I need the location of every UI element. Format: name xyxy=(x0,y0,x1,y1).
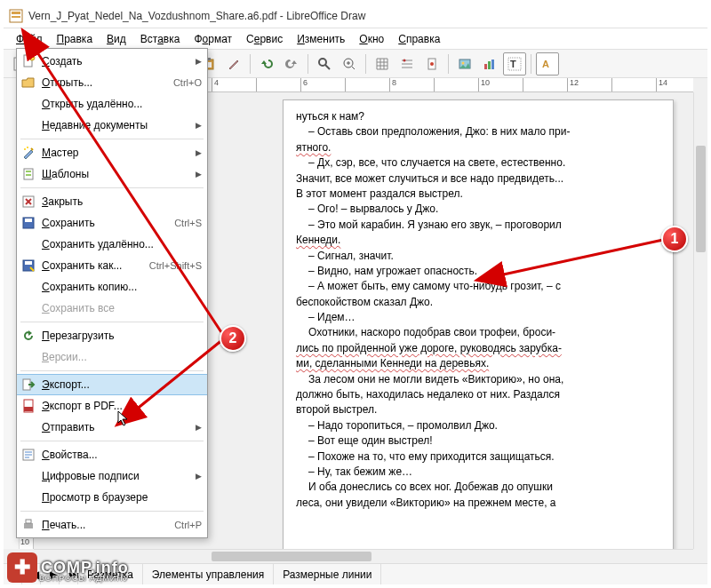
svg-point-35 xyxy=(27,147,28,148)
scrollbar-vertical[interactable] xyxy=(693,92,707,549)
menu-item-label: Недавние документы xyxy=(42,119,190,131)
file-menu-сохранить-как-[interactable]: Сохранить как...Ctrl+Shift+S xyxy=(17,255,207,276)
scrollbar-horizontal[interactable] xyxy=(34,549,693,563)
document-line[interactable]: – Ого! – вырвалось у Джо. xyxy=(296,202,660,217)
menu-item-label: Открыть... xyxy=(42,76,168,89)
tool-textbox[interactable]: T xyxy=(503,52,526,75)
saveas-icon xyxy=(20,258,36,274)
tool-snap[interactable] xyxy=(395,52,419,75)
blank-icon xyxy=(20,236,36,252)
menu-help[interactable]: Справка xyxy=(391,30,447,48)
document-line[interactable]: В этот момент раздался выстрел. xyxy=(296,187,660,202)
menu-item-label: Сохранить удалённо... xyxy=(42,238,202,250)
blank-icon xyxy=(20,117,36,133)
document-line[interactable]: Охотники, наскоро подобрав свои трофеи, … xyxy=(296,325,660,340)
mouse-cursor-icon xyxy=(117,410,130,426)
document-line[interactable]: – Оставь свои предположения, Джо: в них … xyxy=(296,124,660,139)
blank-icon xyxy=(20,468,36,484)
menu-window[interactable]: Окно xyxy=(352,30,391,48)
file-menu-мастер[interactable]: Мастер▶ xyxy=(17,142,207,163)
document-line[interactable]: лись по пройденной уже дороге, руководяс… xyxy=(296,341,660,356)
document-line[interactable]: – Надо торопиться, – промолвил Джо. xyxy=(296,418,660,433)
menu-accel: Ctrl+P xyxy=(174,520,202,530)
file-menu-перезагрузить[interactable]: Перезагрузить xyxy=(17,325,207,346)
scrollbar-h-thumb[interactable] xyxy=(212,552,371,561)
tool-redo[interactable] xyxy=(280,52,303,75)
file-menu-цифровые-подписи[interactable]: Цифровые подписи▶ xyxy=(17,465,207,487)
document-line[interactable]: – Дх, сэр, все, что случается на свете, … xyxy=(296,155,660,171)
file-menu-экспорт-в-pdf-[interactable]: Экспорт в PDF... xyxy=(17,395,207,417)
document-page[interactable]: нуться к нам?– Оставь свои предположения… xyxy=(283,99,674,549)
file-menu-сохранить-копию-[interactable]: Сохранить копию... xyxy=(17,276,207,298)
document-line[interactable]: беспокойством сказал Джо. xyxy=(296,295,660,310)
print-icon xyxy=(20,517,36,533)
file-menu-экспорт-[interactable]: Экспорт... xyxy=(17,374,207,395)
menu-view[interactable]: Вид xyxy=(100,30,133,48)
tool-glue[interactable] xyxy=(420,52,443,75)
menu-item-label: Просмотр в браузере xyxy=(42,491,202,504)
tool-zoom[interactable] xyxy=(338,52,361,75)
file-menu-открыть-удал-нно-[interactable]: Открыть удалённо... xyxy=(17,93,207,115)
document-line[interactable]: – А может быть, ему самому что-нибудь гр… xyxy=(296,279,660,294)
file-menu-просмотр-в-браузере[interactable]: Просмотр в браузере xyxy=(17,487,207,508)
menu-format[interactable]: Формат xyxy=(187,30,239,48)
close-icon xyxy=(20,194,36,210)
document-line[interactable]: – Похоже на то, что ему приходится защищ… xyxy=(296,449,660,465)
file-menu-шаблоны[interactable]: Шаблоны▶ xyxy=(17,163,207,185)
document-line[interactable]: За лесом они не могли видеть «Викторию»,… xyxy=(296,372,660,387)
file-menu-закрыть[interactable]: Закрыть xyxy=(17,191,207,212)
menu-item-label: Экспорт... xyxy=(42,378,202,391)
document-line[interactable]: нуться к нам? xyxy=(296,109,660,124)
document-line[interactable]: Значит, все может случиться и все надо п… xyxy=(296,171,660,187)
blank-icon xyxy=(20,419,36,435)
tool-image[interactable] xyxy=(453,52,476,75)
svg-text:T: T xyxy=(510,59,516,69)
svg-text:A: A xyxy=(542,59,549,69)
document-line[interactable]: – Идем… xyxy=(296,310,660,325)
document-line[interactable]: второй выстрел. xyxy=(296,402,660,417)
document-line[interactable]: леса, они увидели «Викторию» на прежнем … xyxy=(296,496,660,511)
file-menu-сохранить-удал-нно-[interactable]: Сохранить удалённо... xyxy=(17,234,207,255)
file-menu-отправить[interactable]: Отправить▶ xyxy=(17,417,207,438)
document-line[interactable]: – Это мой карабин. Я узнаю его звук, – п… xyxy=(296,218,660,233)
watermark-text: COMP.info xyxy=(41,559,129,577)
blank-icon xyxy=(20,489,36,505)
tool-undo[interactable] xyxy=(255,52,278,75)
tool-chart[interactable] xyxy=(478,52,501,75)
svg-rect-26 xyxy=(484,64,487,69)
file-menu-создать[interactable]: Создать▶ xyxy=(17,51,207,72)
menu-item-label: Версии... xyxy=(42,351,202,363)
menu-insert[interactable]: Вставка xyxy=(133,30,188,48)
svg-point-21 xyxy=(403,59,406,61)
menu-file[interactable]: Файл xyxy=(9,30,50,48)
document-line[interactable]: – Видно, нам угрожает опасность. xyxy=(296,264,660,279)
tab-dim[interactable]: Размерные линии xyxy=(274,564,381,584)
tool-fontwork[interactable]: A xyxy=(536,52,559,75)
menu-item-label: Создать xyxy=(42,55,190,68)
file-menu-печать-[interactable]: Печать...Ctrl+P xyxy=(17,514,207,536)
menu-edit[interactable]: Правка xyxy=(50,30,100,48)
tool-grid[interactable] xyxy=(371,52,394,75)
menu-item-label: Мастер xyxy=(42,147,190,159)
document-line[interactable]: И оба донеслись со всех ног. Добежав до … xyxy=(296,480,660,495)
document-line[interactable]: ятного. xyxy=(296,140,660,155)
tool-brush[interactable] xyxy=(222,52,245,75)
pdf-icon xyxy=(20,398,36,414)
document-line[interactable]: – Вот еще один выстрел! xyxy=(296,433,660,449)
tab-controls[interactable]: Элементы управления xyxy=(143,564,274,584)
scrollbar-v-thumb[interactable] xyxy=(696,146,706,252)
document-line[interactable]: – Ну, так бежим же… xyxy=(296,465,660,480)
menu-modify[interactable]: Изменить xyxy=(290,30,352,48)
document-line[interactable]: – Сигнал, значит. xyxy=(296,249,660,264)
file-menu-сохранить[interactable]: СохранитьCtrl+S xyxy=(17,212,207,234)
menu-item-label: Отправить xyxy=(42,421,190,433)
svg-rect-49 xyxy=(26,520,31,523)
menu-tools[interactable]: Сервис xyxy=(239,30,290,48)
file-menu-недавние-документы[interactable]: Недавние документы▶ xyxy=(17,115,207,136)
document-line[interactable]: Кеннеди. xyxy=(296,233,660,248)
tool-find[interactable] xyxy=(313,52,336,75)
document-line[interactable]: ми, сделанными Кеннеди на деревьях. xyxy=(296,356,660,371)
file-menu-свойства-[interactable]: Свойства... xyxy=(17,444,207,465)
file-menu-открыть-[interactable]: Открыть...Ctrl+O xyxy=(17,72,207,93)
document-line[interactable]: должно быть, находилась недалеко от них.… xyxy=(296,387,660,402)
